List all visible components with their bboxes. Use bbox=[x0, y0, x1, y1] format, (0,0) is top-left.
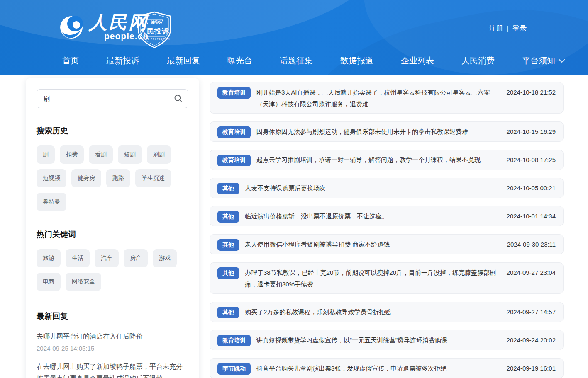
nav-item[interactable]: 首页 bbox=[62, 55, 79, 66]
hot-keyword-tags: 旅游生活汽车房产游戏电商网络安全 bbox=[37, 249, 188, 291]
search-history-tag[interactable]: 看剧 bbox=[89, 145, 113, 164]
hot-keyword-tag[interactable]: 汽车 bbox=[95, 249, 119, 267]
complaint-category-badge: 教育培训 bbox=[217, 155, 251, 166]
complaint-category-badge: 其他 bbox=[217, 211, 239, 223]
complaint-category-badge: 其他 bbox=[217, 267, 239, 279]
complaint-row[interactable]: 教育培训 讲真短视频带货学习虚假宣传，以“一元五天训练营”诱导连环消费购课 20… bbox=[210, 330, 564, 350]
nav-item[interactable]: 人民消费 bbox=[461, 55, 495, 66]
search-box bbox=[37, 89, 188, 108]
search-history-tag[interactable]: 跑路 bbox=[106, 169, 130, 187]
nav-item[interactable]: 话题征集 bbox=[280, 55, 313, 66]
shield-subtitle-text: RIGHTS PROTECTION bbox=[139, 38, 170, 40]
search-history-tag[interactable]: 短视频 bbox=[37, 169, 66, 187]
hot-keyword-tag[interactable]: 生活 bbox=[66, 249, 90, 267]
reply-text: 去哪儿网平台订的酒店在入住后降价 bbox=[37, 331, 188, 342]
search-history-tag[interactable]: 学生沉迷 bbox=[135, 169, 171, 187]
main-navigation: 首页最新投诉最新回复曝光台话题征集数据报道企业列表人民消费 平台须知 bbox=[62, 55, 552, 66]
search-input[interactable] bbox=[37, 89, 188, 108]
nav-item[interactable]: 企业列表 bbox=[401, 55, 434, 66]
complaint-text: 大麦不支持误购票后更换场次 bbox=[245, 182, 499, 194]
login-link[interactable]: 登录 bbox=[512, 24, 527, 33]
auth-links: 注册 | 登录 bbox=[489, 24, 527, 33]
reply-item[interactable]: 去哪儿网平台订的酒店在入住后降价 2024-09-25 14:05:15 bbox=[37, 331, 188, 352]
nav-item[interactable]: 数据报道 bbox=[340, 55, 373, 66]
complaint-row[interactable]: 教育培训 因身体原因无法参与剧烈运动，健身俱乐部未使用未开卡的拳击私教课退费难 … bbox=[210, 121, 564, 142]
sidebar-panel: 搜索历史 剧扣费看剧短剧刷剧短视频健身房跑路学生沉迷奥特曼 热门关键词 旅游生活… bbox=[26, 78, 199, 378]
search-history-tag[interactable]: 扣费 bbox=[60, 145, 84, 164]
complaint-row[interactable]: 教育培训 起点云学习推剧培训，承诺一对一辅导，解答问题，教学一个月课程，结果不兑… bbox=[210, 150, 564, 170]
reply-text: 在去哪儿网上购买了新加坡鸭子船票，平台未充分披露景点门票真是余票量造成误购后不退… bbox=[37, 361, 188, 378]
shield-ribbon-text: 一键维权 bbox=[147, 20, 162, 24]
complaint-text: 因身体原因无法参与剧烈运动，健身俱乐部未使用未开卡的拳击私教课退费难 bbox=[256, 125, 499, 138]
complaint-category-badge: 教育培训 bbox=[217, 87, 251, 99]
complaint-date: 2024-10-05 00:21 bbox=[507, 182, 556, 194]
complaint-row[interactable]: 其他 办理了38节私教课，已经上完20节，前期说可以瘦掉20斤，目前一斤没掉，练… bbox=[210, 262, 564, 294]
nav-item-platform-notice[interactable]: 平台须知 bbox=[522, 55, 565, 66]
search-history-tag[interactable]: 剧 bbox=[37, 145, 55, 164]
nav-item[interactable]: 最新投诉 bbox=[106, 55, 139, 66]
complaint-category-badge: 其他 bbox=[217, 239, 239, 251]
complaint-date: 2024-10-15 16:29 bbox=[507, 125, 556, 138]
complaint-date: 2024-10-01 14:34 bbox=[507, 210, 556, 222]
search-history-tags: 剧扣费看剧短剧刷剧短视频健身房跑路学生沉迷奥特曼 bbox=[37, 145, 188, 211]
complaint-category-badge: 其他 bbox=[217, 307, 239, 318]
complaint-text: 刚开始是3天AI直播课，三天后就开始卖课了，杭州星客云科技有限公司星客云三六零（… bbox=[256, 86, 499, 110]
complaint-row[interactable]: 字节跳动 抖音平台购买儿童剧演出票3张，发现虚假宣传，申请退票被多次拒绝 202… bbox=[210, 358, 564, 378]
complaint-row[interactable]: 其他 购买了2万多的私教课程，乐刻私教导致学员骨折拒赔 2024-09-27 1… bbox=[210, 302, 564, 322]
hot-keyword-tag[interactable]: 旅游 bbox=[37, 249, 61, 267]
reply-date: 2024-09-25 14:05:15 bbox=[37, 345, 188, 352]
complaint-row[interactable]: 其他 临近演出价格腰斩，没出票不退原价票，不让选座。 2024-10-01 14… bbox=[210, 206, 564, 226]
complaint-text: 临近演出价格腰斩，没出票不退原价票，不让选座。 bbox=[245, 210, 499, 222]
complaint-date: 2024-09-24 20:02 bbox=[507, 334, 556, 346]
complaint-text: 讲真短视频带货学习虚假宣传，以“一元五天训练营”诱导连环消费购课 bbox=[256, 334, 499, 346]
complaint-text: 办理了38节私教课，已经上完20节，前期说可以瘦掉20斤，目前一斤没掉，练完膝盖… bbox=[245, 266, 499, 290]
complaint-date: 2024-09-27 23:04 bbox=[507, 266, 556, 279]
shield-title-text: 人民投诉 bbox=[139, 27, 169, 35]
reply-item[interactable]: 在去哪儿网上购买了新加坡鸭子船票，平台未充分披露景点门票真是余票量造成误购后不退… bbox=[37, 361, 188, 378]
site-header: 人民网 people.cn 一键维权 人民投诉 RIGHTS PROTECTIO… bbox=[0, 0, 588, 75]
chevron-down-icon bbox=[559, 59, 565, 63]
moon-globe-icon bbox=[58, 14, 85, 41]
complaint-text: 抖音平台购买儿童剧演出票3张，发现虚假宣传，申请退票被多次拒绝 bbox=[256, 362, 499, 374]
complaint-shield-logo[interactable]: 一键维权 人民投诉 RIGHTS PROTECTION bbox=[134, 11, 175, 51]
nav-dropdown-label: 平台须知 bbox=[522, 55, 555, 66]
complaint-date: 2024-10-18 21:52 bbox=[507, 86, 556, 98]
complaint-list: 教育培训 刚开始是3天AI直播课，三天后就开始卖课了，杭州星客云科技有限公司星客… bbox=[210, 82, 564, 378]
complaint-category-badge: 其他 bbox=[217, 183, 239, 194]
complaint-category-badge: 教育培训 bbox=[217, 335, 251, 346]
complaint-category-badge: 教育培训 bbox=[217, 126, 251, 138]
complaint-row[interactable]: 教育培训 刚开始是3天AI直播课，三天后就开始卖课了，杭州星客云科技有限公司星客… bbox=[210, 82, 564, 114]
latest-replies-title: 最新回复 bbox=[37, 311, 188, 322]
search-icon[interactable] bbox=[174, 94, 183, 103]
complaint-row[interactable]: 其他 老人使用微信小程序看短剧被诱导扣费 商家不给退钱 2024-09-30 2… bbox=[210, 234, 564, 254]
complaint-row[interactable]: 其他 大麦不支持误购票后更换场次 2024-10-05 00:21 bbox=[210, 178, 564, 198]
hot-keyword-tag[interactable]: 房产 bbox=[124, 249, 148, 267]
hot-keywords-title: 热门关键词 bbox=[37, 229, 188, 240]
search-history-tag[interactable]: 奥特曼 bbox=[37, 193, 66, 211]
complaint-category-badge: 字节跳动 bbox=[217, 363, 251, 375]
nav-item[interactable]: 曝光台 bbox=[227, 55, 252, 66]
complaint-date: 2024-09-19 16:01 bbox=[507, 362, 556, 374]
search-history-tag[interactable]: 短剧 bbox=[118, 145, 142, 164]
hot-keyword-tag[interactable]: 游戏 bbox=[153, 249, 177, 267]
search-history-title: 搜索历史 bbox=[37, 126, 188, 136]
latest-replies-list: 去哪儿网平台订的酒店在入住后降价 2024-09-25 14:05:15 在去哪… bbox=[37, 331, 188, 378]
search-history-tag[interactable]: 健身房 bbox=[71, 169, 101, 187]
shield-badge-icon: 一键维权 人民投诉 RIGHTS PROTECTION bbox=[134, 11, 175, 49]
nav-item[interactable]: 最新回复 bbox=[167, 55, 200, 66]
hot-keyword-tag[interactable]: 电商 bbox=[37, 273, 61, 291]
complaint-date: 2024-09-27 14:57 bbox=[507, 305, 556, 318]
complaint-text: 购买了2万多的私教课程，乐刻私教导致学员骨折拒赔 bbox=[245, 305, 499, 318]
complaint-text: 老人使用微信小程序看短剧被诱导扣费 商家不给退钱 bbox=[245, 238, 500, 250]
complaint-date: 2024-09-30 23:11 bbox=[507, 238, 556, 250]
auth-divider: | bbox=[507, 24, 509, 33]
complaint-date: 2024-10-08 17:25 bbox=[507, 153, 556, 166]
register-link[interactable]: 注册 bbox=[489, 24, 503, 33]
hot-keyword-tag[interactable]: 网络安全 bbox=[66, 273, 101, 291]
complaint-text: 起点云学习推剧培训，承诺一对一辅导，解答问题，教学一个月课程，结果不兑现 bbox=[256, 153, 499, 166]
search-history-tag[interactable]: 刷剧 bbox=[147, 145, 171, 164]
